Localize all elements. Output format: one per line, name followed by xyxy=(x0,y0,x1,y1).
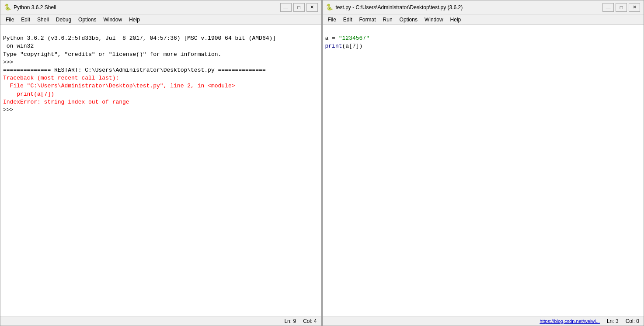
shell-window-controls[interactable]: — □ ✕ xyxy=(280,3,318,12)
shell-menu-debug[interactable]: Debug xyxy=(52,16,75,24)
editor-title-text: test.py - C:\Users\Administrator\Desktop… xyxy=(336,4,463,10)
editor-window-icon: 🐍 xyxy=(326,4,333,11)
editor-minimize-button[interactable]: — xyxy=(602,3,614,12)
shell-title-left: 🐍 Python 3.6.2 Shell xyxy=(4,4,56,11)
shell-status-col: Col: 4 xyxy=(303,318,317,324)
shell-menu-file[interactable]: File xyxy=(2,16,17,24)
editor-status-bar: https://blog.csdn.net/weiwi... Ln: 3 Col… xyxy=(323,316,644,326)
shell-menu-help[interactable]: Help xyxy=(125,16,143,24)
shell-menu-options[interactable]: Options xyxy=(75,16,100,24)
editor-menu-run[interactable]: Run xyxy=(379,16,396,24)
shell-content-area: Python 3.6.2 (v3.6.2:5fd33b5, Jul 8 2017… xyxy=(0,25,321,316)
shell-close-button[interactable]: ✕ xyxy=(306,3,318,12)
editor-maximize-button[interactable]: □ xyxy=(616,3,627,12)
editor-title-left: 🐍 test.py - C:\Users\Administrator\Deskt… xyxy=(326,4,463,11)
editor-menu-file[interactable]: File xyxy=(324,16,340,24)
editor-menu-help[interactable]: Help xyxy=(447,16,465,24)
editor-status-col: Col: 0 xyxy=(626,318,639,324)
shell-window: 🐍 Python 3.6.2 Shell — □ ✕ File Edit She… xyxy=(0,0,322,326)
output-prompt-1: >>> xyxy=(3,59,13,66)
shell-menu-shell[interactable]: Shell xyxy=(34,16,52,24)
editor-status-ln: Ln: 3 xyxy=(607,318,619,324)
shell-minimize-button[interactable]: — xyxy=(280,3,292,12)
editor-close-button[interactable]: ✕ xyxy=(629,3,640,12)
code-line-1: a = "1234567" xyxy=(325,35,369,42)
output-prompt-2: >>> xyxy=(3,107,17,113)
output-line-1: Python 3.6.2 (v3.6.2:5fd33b5, Jul 8 2017… xyxy=(3,35,276,57)
editor-window-controls[interactable]: — □ ✕ xyxy=(602,3,640,12)
shell-menu-bar: File Edit Shell Debug Options Window Hel… xyxy=(0,14,321,25)
code-line-2: print(a[7]) xyxy=(325,43,363,49)
editor-menu-bar: File Edit Format Run Options Window Help xyxy=(323,14,644,25)
editor-menu-format[interactable]: Format xyxy=(356,16,379,24)
editor-title-bar: 🐍 test.py - C:\Users\Administrator\Deskt… xyxy=(323,0,644,14)
shell-menu-edit[interactable]: Edit xyxy=(17,16,34,24)
editor-window: 🐍 test.py - C:\Users\Administrator\Deskt… xyxy=(322,0,644,326)
output-traceback: Traceback (most recent call last): File … xyxy=(3,75,235,105)
editor-menu-options[interactable]: Options xyxy=(396,16,421,24)
shell-window-icon: 🐍 xyxy=(4,4,11,11)
output-restart: ============== RESTART: C:\Users\Adminis… xyxy=(3,67,266,73)
shell-status-bar: Ln: 9 Col: 4 xyxy=(0,316,321,326)
editor-menu-edit[interactable]: Edit xyxy=(340,16,356,24)
shell-output[interactable]: Python 3.6.2 (v3.6.2:5fd33b5, Jul 8 2017… xyxy=(0,25,321,316)
shell-title-bar: 🐍 Python 3.6.2 Shell — □ ✕ xyxy=(0,0,321,14)
editor-code-area[interactable]: a = "1234567" print(a[7]) xyxy=(323,25,644,316)
shell-title-text: Python 3.6.2 Shell xyxy=(14,4,56,10)
shell-status-ln: Ln: 9 xyxy=(284,318,296,324)
shell-maximize-button[interactable]: □ xyxy=(293,3,305,12)
shell-menu-window[interactable]: Window xyxy=(100,16,125,24)
editor-content-area: a = "1234567" print(a[7]) xyxy=(323,25,644,316)
editor-menu-window[interactable]: Window xyxy=(421,16,447,24)
editor-status-link[interactable]: https://blog.csdn.net/weiwi... xyxy=(540,319,600,324)
